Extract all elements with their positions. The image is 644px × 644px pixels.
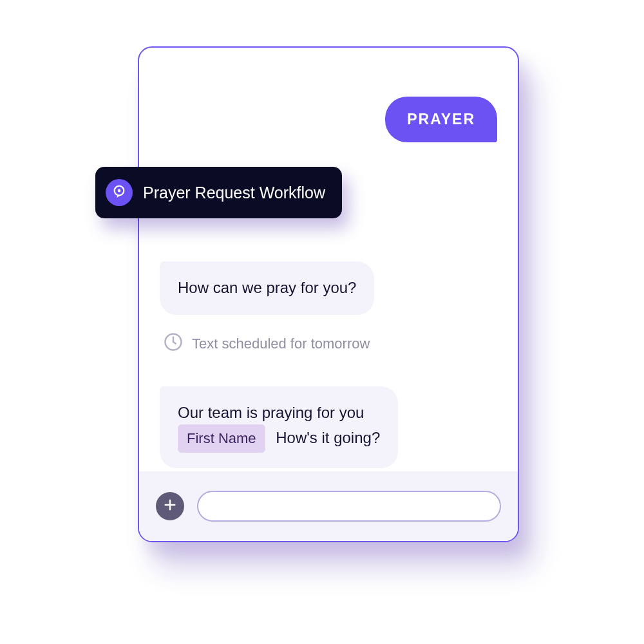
workflow-icon-badge [106,179,133,206]
incoming-bubble-1: How can we pray for you? [160,261,374,315]
incoming-text-1: How can we pray for you? [178,279,356,296]
workflow-title: Prayer Request Workflow [143,184,325,202]
incoming-text-2a: Our team is praying for you [178,404,364,421]
incoming-bubble-2: Our team is praying for you First Name H… [160,386,398,468]
chat-bubble-icon [112,184,126,201]
outgoing-bubble: PRAYER [385,97,497,142]
outgoing-label: PRAYER [407,111,475,128]
clock-icon [164,332,183,355]
compose-bar [139,471,518,541]
schedule-text: Text scheduled for tomorrow [192,336,370,352]
merge-field-first-name[interactable]: First Name [178,424,265,453]
chat-panel: PRAYER How can we pray for you? Text sch… [138,46,519,542]
svg-point-4 [118,189,121,193]
message-input[interactable] [197,491,501,522]
incoming-text-2b: How's it going? [276,429,380,446]
workflow-pill[interactable]: Prayer Request Workflow [95,167,342,218]
add-button[interactable] [156,492,184,520]
plus-icon [163,498,177,515]
schedule-row: Text scheduled for tomorrow [164,332,370,355]
